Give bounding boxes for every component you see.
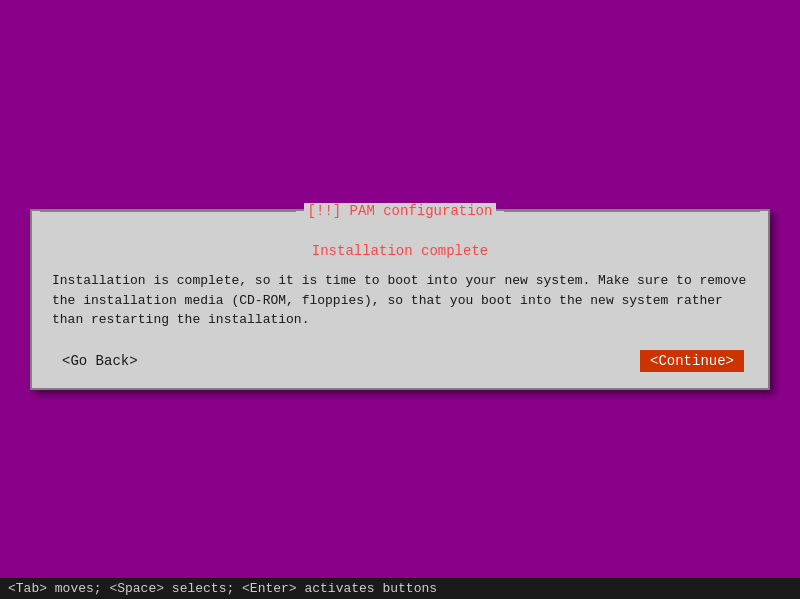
title-line-right (504, 210, 760, 212)
title-bar: [!!] PAM configuration (32, 199, 768, 223)
dialog-buttons: <Go Back> <Continue> (52, 350, 748, 372)
installation-complete-label: Installation complete (52, 243, 748, 259)
dialog-body-text: Installation is complete, so it is time … (52, 271, 748, 330)
status-bar-text: <Tab> moves; <Space> selects; <Enter> ac… (8, 581, 437, 596)
dialog-box: [!!] PAM configuration Installation comp… (30, 209, 770, 390)
status-bar: <Tab> moves; <Space> selects; <Enter> ac… (0, 578, 800, 599)
title-line-left (40, 210, 296, 212)
dialog-content: Installation complete Installation is co… (32, 235, 768, 388)
dialog-title: [!!] PAM configuration (304, 203, 497, 219)
continue-button[interactable]: <Continue> (640, 350, 744, 372)
go-back-button[interactable]: <Go Back> (56, 351, 144, 371)
